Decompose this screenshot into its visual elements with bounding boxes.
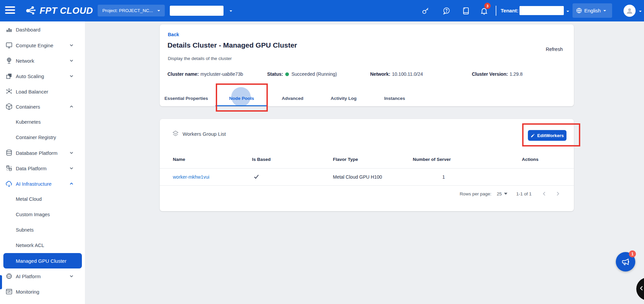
sidebar-item-container-registry[interactable]: Container Registry: [0, 130, 85, 145]
tenant-input[interactable]: [519, 6, 564, 15]
sidebar-item-network-acl[interactable]: Network ACL: [0, 238, 85, 253]
cluster-version-field: Cluster Version: 1.29.8: [472, 71, 523, 77]
cloud-sync-icon: [5, 180, 13, 187]
sidebar-item-auto-scaling[interactable]: Auto Scaling: [0, 68, 85, 84]
chevron-down-icon: [69, 43, 73, 47]
svg-text:AI: AI: [8, 275, 10, 277]
refresh-button[interactable]: Refresh: [546, 47, 563, 52]
pagination-prev-button[interactable]: [540, 189, 549, 198]
tab-essential-properties[interactable]: Essential Properties: [156, 90, 216, 106]
edit-workers-button[interactable]: EditWorkers: [528, 130, 566, 141]
database-icon: [5, 149, 13, 157]
workers-group-header: Workers Group List: [172, 130, 226, 137]
sidebar-item-subnets[interactable]: Subnets: [0, 222, 85, 238]
nodes-icon: [5, 88, 13, 95]
cluster-info-row: Cluster name: mycluster-uab8e73b Status:…: [160, 71, 574, 79]
page-subtitle: Display the details of the cluster: [168, 56, 232, 61]
pulse-window-icon: [5, 288, 13, 295]
chevron-left-icon: [639, 286, 644, 291]
rows-per-page-label: Rows per page:: [460, 191, 492, 196]
docs-book-icon[interactable]: [462, 7, 470, 15]
sidebar-item-dashboard[interactable]: Dashboard: [0, 22, 85, 37]
sidebar-item-kubernetes[interactable]: Kubernetes: [0, 114, 85, 130]
pagination-next-button[interactable]: [553, 189, 562, 198]
chevron-down-icon: [69, 59, 73, 63]
sidebar-item-managed-gpu-cluster[interactable]: Managed GPU Cluster: [3, 253, 82, 268]
details-tabs: Essential Properties Node Pools Advanced…: [156, 90, 420, 106]
database-stack-icon: [5, 165, 13, 172]
rows-per-page-select[interactable]: 25: [497, 191, 507, 196]
stacked-squares-icon: [5, 72, 13, 80]
chevron-down-icon: [69, 74, 73, 78]
table-row: worker-mkhw1vui Metal Cloud GPU H100 1: [160, 172, 574, 182]
person-icon: [626, 7, 634, 15]
tenant-label: Tenant:: [501, 8, 518, 13]
sidebar-item-database-platform[interactable]: Database Platform: [0, 145, 85, 161]
bar-chart-icon: [5, 26, 13, 33]
col-header-actions: Actions: [522, 157, 561, 162]
chevron-up-icon: [69, 105, 73, 109]
col-header-is-based: Is Based: [252, 157, 333, 162]
fpt-cloud-logo: FPT CLOUD: [24, 4, 93, 17]
language-selector[interactable]: English: [573, 3, 612, 18]
tab-instances[interactable]: Instances: [369, 90, 420, 106]
tab-activity-log[interactable]: Activity Log: [318, 90, 369, 106]
project-selector[interactable]: Project: PROJECT_NC...: [98, 5, 165, 16]
header-search-input[interactable]: [170, 6, 224, 16]
back-link[interactable]: Back: [168, 32, 179, 37]
table-divider: [160, 168, 574, 169]
table-pagination: Rows per page: 25 1-1 of 1: [460, 189, 562, 198]
sidebar-item-data-platform[interactable]: Data Platform: [0, 161, 85, 176]
monitor-icon: [5, 42, 13, 49]
combo-chevron-down-icon[interactable]: [229, 9, 233, 13]
sidebar-item-load-balancer[interactable]: Load Balancer: [0, 84, 85, 99]
sidebar-item-network[interactable]: Network: [0, 53, 85, 68]
sidebar-nav: Dashboard Compute Engine Network Auto Sc…: [0, 21, 85, 304]
sidebar-item-compute-engine[interactable]: Compute Engine: [0, 38, 85, 53]
chevron-up-icon: [69, 182, 73, 186]
sidebar-item-monitoring[interactable]: Monitoring: [0, 284, 85, 299]
chevron-down-icon: [69, 151, 73, 155]
avatar-chevron-down-icon[interactable]: [638, 9, 642, 13]
active-tab-indicator: [215, 105, 266, 106]
cluster-details-card: Back Details Cluster - Managed GPU Clust…: [160, 24, 574, 106]
sidebar-item-custom-images[interactable]: Custom Images: [0, 207, 85, 222]
language-chevron-down-icon: [603, 9, 607, 13]
top-header-bar: FPT CLOUD Project: PROJECT_NC... 3 Tenan…: [0, 0, 644, 21]
sidebar-item-containers[interactable]: Containers: [0, 99, 85, 114]
header-divider: [496, 6, 496, 16]
project-selector-value: Project: PROJECT_NC...: [102, 8, 153, 13]
chevron-down-icon: [69, 166, 73, 170]
logo-text: FPT CLOUD: [40, 6, 93, 16]
chevron-left-icon: [542, 191, 547, 196]
sidebar-item-metal-cloud[interactable]: Metal Cloud: [0, 191, 85, 207]
worker-name-link[interactable]: worker-mkhw1vui: [173, 174, 209, 180]
chevron-down-icon: [157, 9, 161, 13]
tab-advanced[interactable]: Advanced: [267, 90, 318, 106]
table-header-row: Name Is Based Flavor Type Number of Serv…: [160, 154, 574, 164]
fpt-cloud-logo-icon: [24, 4, 37, 17]
cluster-name-field: Cluster name: mycluster-uab8e73b: [167, 71, 243, 77]
notification-count-badge: 3: [484, 3, 491, 9]
announcements-count-badge: 1: [629, 250, 636, 257]
megaphone-icon: [621, 257, 630, 266]
col-header-number-of-server: Number of Server: [413, 157, 522, 162]
tab-node-pools[interactable]: Node Pools: [216, 90, 267, 106]
collapse-widget-button[interactable]: [636, 278, 644, 300]
table-divider: [160, 185, 574, 186]
user-avatar[interactable]: [624, 5, 636, 17]
col-header-name: Name: [173, 157, 252, 162]
workers-group-title: Workers Group List: [183, 131, 226, 137]
chevron-right-icon: [555, 191, 560, 196]
hamburger-menu-icon[interactable]: [5, 6, 15, 15]
flavor-type-value: Metal Cloud GPU H100: [333, 174, 413, 180]
layers-icon: [172, 130, 179, 137]
key-icon[interactable]: [421, 7, 430, 15]
sidebar-item-ai-infrastructure[interactable]: AI Infrastructure: [0, 176, 85, 191]
help-chat-icon[interactable]: [442, 7, 451, 15]
tenant-chevron-down-icon[interactable]: [566, 9, 570, 13]
number-of-server-value: 1: [413, 174, 445, 180]
sidebar-item-ai-platform[interactable]: AI AI Platform: [0, 268, 85, 284]
workers-group-card: Workers Group List EditWorkers Name Is B…: [160, 119, 574, 211]
chevron-down-icon: [69, 274, 73, 278]
